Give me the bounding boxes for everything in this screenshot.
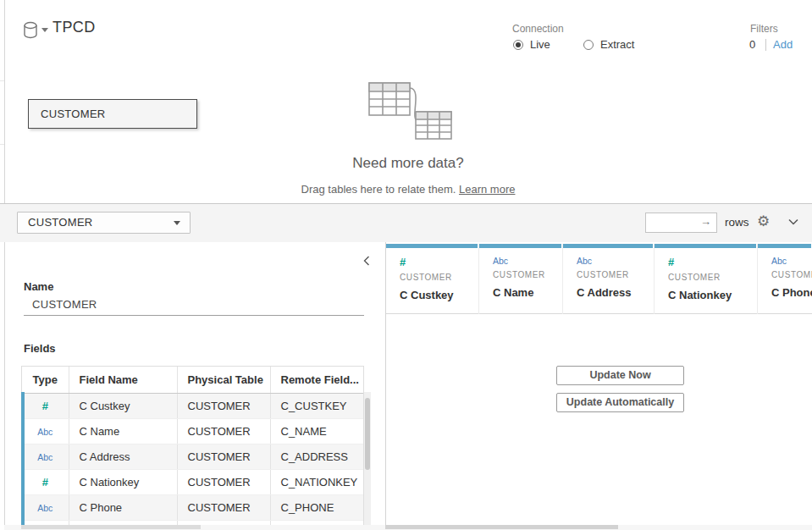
grid-column-header[interactable]: Abc CUSTOMER C Phone bbox=[758, 244, 812, 314]
filters-divider bbox=[765, 39, 766, 51]
field-name-cell[interactable]: C Name bbox=[69, 418, 177, 444]
table-select-value: CUSTOMER bbox=[28, 216, 93, 229]
left-strip-divider bbox=[0, 144, 4, 145]
column-field-name[interactable]: C Name bbox=[493, 286, 562, 299]
grid-column-header[interactable]: Abc CUSTOMER C Address bbox=[563, 244, 655, 314]
empty-canvas-hint: Drag tables here to relate them. Learn m… bbox=[0, 183, 812, 196]
column-table-name: CUSTOMER bbox=[771, 270, 812, 279]
datasource-title: TPCD bbox=[52, 19, 96, 36]
table-row[interactable]: # C Custkey CUSTOMER C_CUSTKEY bbox=[22, 393, 364, 418]
number-type-icon[interactable]: # bbox=[42, 476, 48, 489]
column-table-name: CUSTOMER bbox=[493, 270, 562, 279]
string-type-icon: Abc bbox=[493, 256, 562, 266]
dropdown-caret-icon bbox=[174, 221, 180, 225]
string-type-icon: Abc bbox=[577, 256, 654, 266]
name-label: Name bbox=[24, 280, 53, 293]
remote-field-cell: C_CUSTKEY bbox=[270, 393, 364, 418]
col-header-field-name[interactable]: Field Name bbox=[69, 367, 177, 393]
number-type-icon: # bbox=[400, 256, 478, 268]
field-name-cell[interactable]: C Phone bbox=[69, 494, 177, 520]
number-type-icon: # bbox=[668, 256, 757, 268]
rows-apply-arrow-icon[interactable]: → bbox=[700, 215, 711, 228]
table-row[interactable]: Abc C Name CUSTOMER C_NAME bbox=[22, 418, 364, 444]
fields-label: Fields bbox=[24, 342, 56, 355]
table-row[interactable]: Abc C Address CUSTOMER C_ADDRESS bbox=[22, 444, 364, 469]
drag-tables-text: Drag tables here to relate them. bbox=[301, 183, 456, 196]
col-header-remote-field[interactable]: Remote Field... bbox=[270, 367, 364, 393]
table-row[interactable]: # C Nationkey CUSTOMER C_NATIONKEY bbox=[22, 469, 364, 494]
radio-extract-icon[interactable] bbox=[583, 40, 594, 50]
data-grid-header: # CUSTOMER C Custkey Abc CUSTOMER C Name… bbox=[386, 244, 812, 314]
left-strip-divider bbox=[0, 80, 4, 81]
connection-label: Connection bbox=[512, 23, 564, 35]
left-panel-edge bbox=[4, 0, 5, 530]
update-now-button[interactable]: Update Now bbox=[556, 366, 684, 385]
add-filter-link[interactable]: Add bbox=[773, 38, 793, 51]
collapse-panel-icon[interactable] bbox=[363, 256, 370, 266]
table-name-input[interactable] bbox=[24, 293, 364, 316]
radio-live-label: Live bbox=[530, 38, 550, 51]
rows-label: rows bbox=[725, 216, 749, 229]
field-name-cell[interactable]: C Nationkey bbox=[69, 469, 177, 494]
canvas-table-customer[interactable]: CUSTOMER bbox=[28, 99, 197, 129]
column-field-name[interactable]: C Custkey bbox=[400, 289, 478, 301]
database-menu-caret-icon[interactable] bbox=[41, 28, 48, 32]
grid-hscrollbar-thumb[interactable] bbox=[385, 525, 618, 529]
radio-extract-label: Extract bbox=[600, 38, 634, 51]
column-field-name[interactable]: C Address bbox=[577, 286, 654, 299]
fields-hscrollbar-thumb[interactable] bbox=[21, 525, 201, 529]
grid-column-header[interactable]: # CUSTOMER C Nationkey bbox=[655, 244, 758, 314]
grid-column-header[interactable]: # CUSTOMER C Custkey bbox=[386, 244, 479, 314]
grid-collapse-chevron-icon[interactable] bbox=[787, 218, 799, 225]
radio-extract[interactable]: Extract bbox=[583, 38, 634, 51]
filters-count: 0 bbox=[749, 38, 755, 51]
remote-field-cell: C_NAME bbox=[270, 418, 364, 444]
physical-table-cell: CUSTOMER bbox=[177, 494, 270, 520]
column-accent-bar bbox=[758, 244, 811, 248]
column-table-name: CUSTOMER bbox=[577, 270, 654, 279]
filters-label: Filters bbox=[750, 23, 778, 35]
col-header-type[interactable]: Type bbox=[22, 367, 69, 393]
datasource-page: TPCD Connection Live Extract Filters 0 A… bbox=[0, 0, 812, 530]
string-type-icon[interactable]: Abc bbox=[37, 452, 52, 462]
string-type-icon: Abc bbox=[771, 256, 812, 266]
remote-field-cell: C_PHONE bbox=[270, 494, 364, 520]
update-automatically-button[interactable]: Update Automatically bbox=[556, 393, 684, 412]
radio-live[interactable]: Live bbox=[513, 38, 550, 51]
column-accent-bar bbox=[386, 244, 478, 248]
learn-more-link[interactable]: Learn more bbox=[459, 183, 515, 196]
physical-table-cell: CUSTOMER bbox=[177, 393, 270, 418]
database-icon[interactable] bbox=[23, 21, 40, 40]
physical-table-cell: CUSTOMER bbox=[177, 444, 270, 469]
fields-table: Type Field Name Physical Table Remote Fi… bbox=[21, 366, 364, 525]
empty-canvas-title: Need more data? bbox=[0, 155, 812, 172]
selected-table-indicator bbox=[21, 392, 25, 525]
string-type-icon[interactable]: Abc bbox=[37, 427, 52, 437]
physical-table-cell: CUSTOMER bbox=[177, 469, 270, 494]
column-table-name: CUSTOMER bbox=[400, 273, 478, 282]
table-select-dropdown[interactable]: CUSTOMER bbox=[17, 212, 191, 234]
column-accent-bar bbox=[655, 244, 756, 248]
field-name-cell[interactable]: C Address bbox=[69, 444, 177, 469]
fields-header-row: Type Field Name Physical Table Remote Fi… bbox=[22, 367, 364, 393]
column-accent-bar bbox=[563, 244, 653, 248]
number-type-icon[interactable]: # bbox=[42, 400, 48, 412]
radio-live-icon[interactable] bbox=[513, 40, 523, 50]
relate-tables-illustration-icon bbox=[362, 78, 464, 142]
grid-column-header[interactable]: Abc CUSTOMER C Name bbox=[479, 244, 563, 314]
column-field-name[interactable]: C Nationkey bbox=[668, 289, 757, 301]
fields-scrollbar-thumb[interactable] bbox=[365, 398, 370, 470]
col-header-physical-table[interactable]: Physical Table bbox=[177, 367, 270, 393]
column-table-name: CUSTOMER bbox=[668, 273, 757, 282]
column-accent-bar bbox=[479, 244, 561, 248]
string-type-icon[interactable]: Abc bbox=[37, 503, 52, 513]
column-field-name[interactable]: C Phone bbox=[771, 286, 812, 299]
remote-field-cell: C_NATIONKEY bbox=[270, 469, 364, 494]
grid-settings-gear-icon[interactable]: ⚙ bbox=[757, 213, 770, 229]
remote-field-cell: C_ADDRESS bbox=[270, 444, 364, 469]
table-row[interactable]: Abc C Phone CUSTOMER C_PHONE bbox=[22, 494, 364, 520]
physical-table-cell: CUSTOMER bbox=[177, 418, 270, 444]
field-name-cell[interactable]: C Custkey bbox=[69, 393, 177, 418]
